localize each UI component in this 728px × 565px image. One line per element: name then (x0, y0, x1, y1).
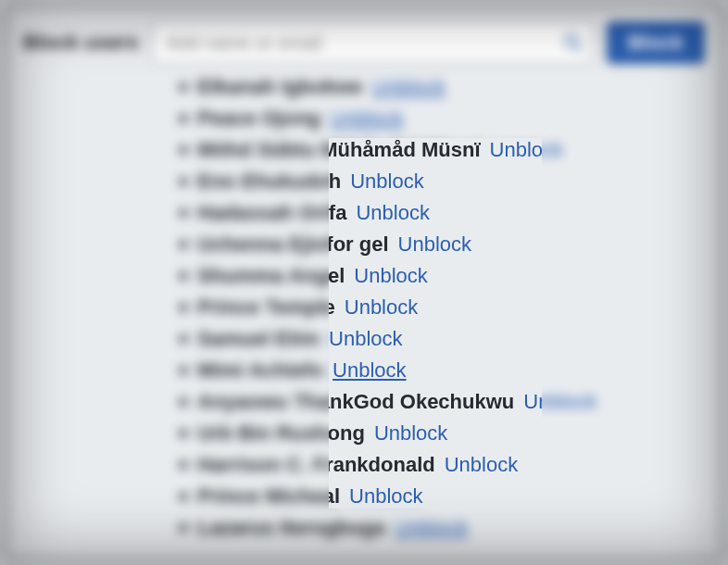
svg-line-1 (576, 45, 582, 51)
bullet-icon (179, 460, 188, 470)
settings-panel: Block users Block Elkanah IgbokweUnblock… (6, 6, 722, 559)
search-icon (562, 31, 584, 54)
unblock-link[interactable]: Unblock (372, 71, 446, 103)
blocked-user-name: Uchenna Ejiofor gel (197, 229, 389, 260)
bullet-icon (179, 366, 188, 375)
list-item: Harrison C. FrankdonaldUnblock (179, 449, 705, 481)
bullet-icon (179, 177, 188, 186)
block-search-input[interactable] (152, 21, 594, 64)
blocked-user-name: Samuel Etim (197, 323, 320, 355)
bullet-icon (179, 492, 188, 501)
list-item: Anyaowu ThankGod OkechukwuUnblock (179, 386, 705, 418)
list-item: Elkanah IgbokweUnblock (179, 71, 705, 103)
blocked-user-name: Urb Bin Rushong (197, 418, 365, 449)
unblock-link[interactable]: Unblock (349, 481, 422, 512)
svg-point-0 (566, 35, 578, 47)
bullet-icon (179, 429, 188, 438)
blocked-user-name: Prince Temple (197, 292, 335, 323)
unblock-link[interactable]: Unblock (350, 166, 423, 197)
unblock-link[interactable]: Unblock (490, 134, 563, 166)
unblock-link[interactable]: Unblock (356, 197, 429, 229)
unblock-link[interactable]: Unblock (354, 260, 427, 292)
list-item: Shumma AngelUnblock (179, 260, 705, 292)
list-item: Hadassah OrifaUnblock (179, 197, 705, 229)
list-item: Prince TempleUnblock (179, 292, 705, 323)
search-wrapper (152, 21, 594, 64)
blocked-user-name: Elkanah Igbokwe (197, 71, 363, 103)
blocked-user-name: Hadassah Orifa (197, 197, 346, 229)
list-item: Peace OjongUnblock (179, 103, 705, 134)
list-item: Prince MichealUnblock (179, 481, 705, 512)
blocked-user-name: Anyaowu ThankGod Okechukwu (197, 386, 514, 418)
unblock-link[interactable]: Unblock (395, 512, 468, 544)
unblock-link[interactable]: Unblock (345, 292, 418, 323)
unblock-link[interactable]: Unblock (445, 449, 518, 481)
unblock-link[interactable]: Unblock (374, 418, 447, 449)
bullet-icon (179, 271, 188, 281)
block-button[interactable]: Block (607, 21, 705, 64)
bullet-icon (179, 303, 188, 312)
blocked-user-name: Eno Ehukudoh (197, 166, 341, 197)
blocked-users-list: Elkanah IgbokweUnblockPeace OjongUnblock… (179, 71, 705, 544)
bullet-icon (179, 523, 188, 533)
unblock-link[interactable]: Unblock (523, 386, 596, 418)
block-users-label: Block users (23, 31, 139, 55)
blocked-user-name: Möhd Sübtu Mühåmåd Müsnï (197, 134, 481, 166)
list-item: Mimi AchiefoUnblock (179, 355, 705, 386)
list-item: Eno EhukudohUnblock (179, 166, 705, 197)
blocked-user-name: Peace Ojong (197, 103, 320, 134)
unblock-link[interactable]: Unblock (330, 103, 403, 134)
bullet-icon (179, 240, 188, 249)
unblock-link[interactable]: Unblock (333, 355, 406, 386)
list-item: Samuel EtimUnblock (179, 323, 705, 355)
list-item: Möhd Sübtu Mühåmåd MüsnïUnblock (179, 134, 705, 166)
bullet-icon (179, 114, 188, 123)
blocked-user-name: Prince Micheal (197, 481, 340, 512)
bullet-icon (179, 82, 188, 92)
blocked-user-name: Harrison C. Frankdonald (197, 449, 435, 481)
bullet-icon (179, 334, 188, 344)
bullet-icon (179, 397, 188, 407)
blocked-user-name: Lazarus Iterogbuga (197, 512, 385, 544)
list-item: Urb Bin RushongUnblock (179, 418, 705, 449)
unblock-link[interactable]: Unblock (329, 323, 402, 355)
bullet-icon (179, 208, 188, 218)
bullet-icon (179, 145, 188, 155)
unblock-link[interactable]: Unblock (398, 229, 471, 260)
block-users-header: Block users Block (23, 21, 705, 64)
list-item: Lazarus IterogbugaUnblock (179, 512, 705, 544)
list-item: Uchenna Ejiofor gelUnblock (179, 229, 705, 260)
blocked-user-name: Shumma Angel (197, 260, 345, 292)
blocked-user-name: Mimi Achiefo (197, 355, 323, 386)
